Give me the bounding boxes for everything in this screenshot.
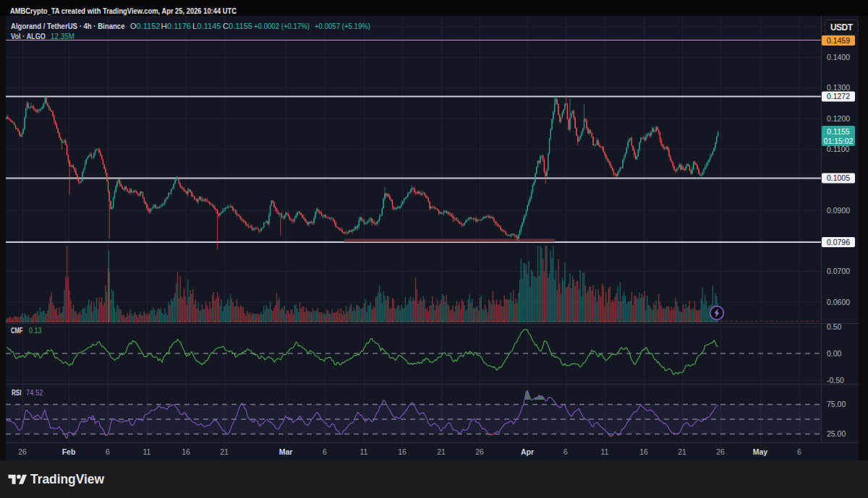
svg-text:0.1155: 0.1155 xyxy=(229,22,252,30)
svg-text:11: 11 xyxy=(143,447,151,456)
svg-text:0.13: 0.13 xyxy=(29,326,42,335)
svg-text:21: 21 xyxy=(678,447,686,456)
svg-text:0.1459: 0.1459 xyxy=(827,36,850,45)
svg-text:11: 11 xyxy=(601,447,609,456)
svg-text:RSI: RSI xyxy=(12,388,22,397)
svg-text:Feb: Feb xyxy=(62,447,76,456)
svg-text:16: 16 xyxy=(182,447,190,456)
svg-text:0.1145: 0.1145 xyxy=(197,22,221,30)
svg-text:25.00: 25.00 xyxy=(827,429,846,438)
svg-text:01:15:02: 01:15:02 xyxy=(824,137,854,145)
svg-text:74.52: 74.52 xyxy=(26,388,43,397)
svg-text:6: 6 xyxy=(323,447,327,456)
svg-text:11: 11 xyxy=(360,447,368,456)
svg-text:0.50: 0.50 xyxy=(827,322,842,331)
svg-text:0.1152: 0.1152 xyxy=(137,22,161,30)
svg-text:0.00: 0.00 xyxy=(827,349,842,358)
svg-text:26: 26 xyxy=(475,447,484,456)
svg-text:0.1300: 0.1300 xyxy=(827,83,850,92)
svg-text:Vol · ALGO: Vol · ALGO xyxy=(11,32,46,40)
svg-text:75.00: 75.00 xyxy=(827,400,846,408)
svg-text:0.0796: 0.0796 xyxy=(827,238,850,246)
svg-text:6: 6 xyxy=(106,447,110,456)
svg-text:26: 26 xyxy=(716,447,725,456)
svg-text:0.1400: 0.1400 xyxy=(827,53,850,61)
svg-text:0.0600: 0.0600 xyxy=(827,298,850,306)
svg-text:0.0700: 0.0700 xyxy=(827,267,850,275)
svg-text:16: 16 xyxy=(398,447,407,456)
svg-text:6: 6 xyxy=(563,447,568,456)
svg-text:0.1272: 0.1272 xyxy=(827,92,850,100)
svg-text:21: 21 xyxy=(220,447,229,456)
svg-text:Apr: Apr xyxy=(521,447,534,456)
svg-text:+0.0002 (+0.17%): +0.0002 (+0.17%) xyxy=(254,22,310,30)
svg-text:Mar: Mar xyxy=(279,447,293,456)
svg-text:Algorand / TetherUS · 4h · Bin: Algorand / TetherUS · 4h · Binance xyxy=(11,22,125,30)
svg-text:CMF: CMF xyxy=(11,326,23,335)
svg-text:AMBCrypto_TA created with Trad: AMBCrypto_TA created with TradingView.co… xyxy=(10,7,237,15)
svg-text:H: H xyxy=(161,22,168,30)
svg-text:-0.50: -0.50 xyxy=(827,376,844,385)
svg-text:TradingView: TradingView xyxy=(30,472,104,486)
svg-text:0.1200: 0.1200 xyxy=(827,114,850,123)
svg-text:6: 6 xyxy=(797,447,801,456)
svg-text:21: 21 xyxy=(437,447,446,456)
svg-text:0.1176: 0.1176 xyxy=(167,22,191,30)
svg-text:O: O xyxy=(130,22,137,30)
svg-text:May: May xyxy=(753,447,768,456)
svg-text:USDT: USDT xyxy=(830,22,854,33)
svg-text:0.1005: 0.1005 xyxy=(827,173,850,182)
svg-text:0.0900: 0.0900 xyxy=(827,206,850,215)
svg-text:+0.0057 (+5.19%): +0.0057 (+5.19%) xyxy=(315,22,370,30)
svg-text:0.1155: 0.1155 xyxy=(827,127,849,136)
svg-text:26: 26 xyxy=(18,447,27,456)
svg-text:16: 16 xyxy=(639,447,648,456)
svg-text:12.35M: 12.35M xyxy=(51,32,75,40)
